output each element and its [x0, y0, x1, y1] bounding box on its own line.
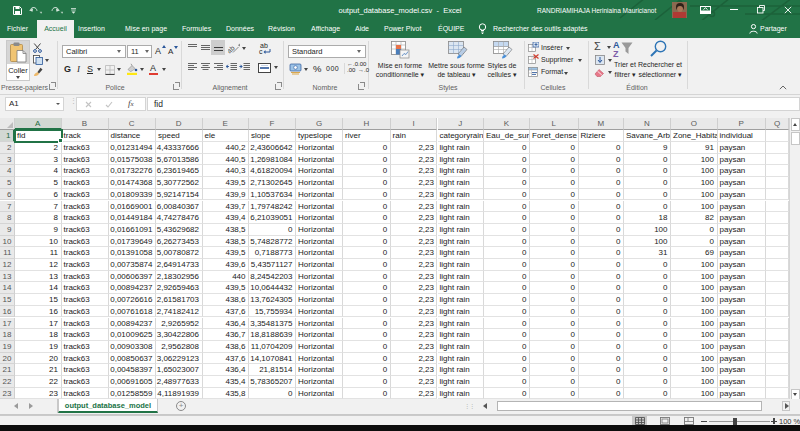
svg-text:ab: ab [228, 44, 236, 54]
